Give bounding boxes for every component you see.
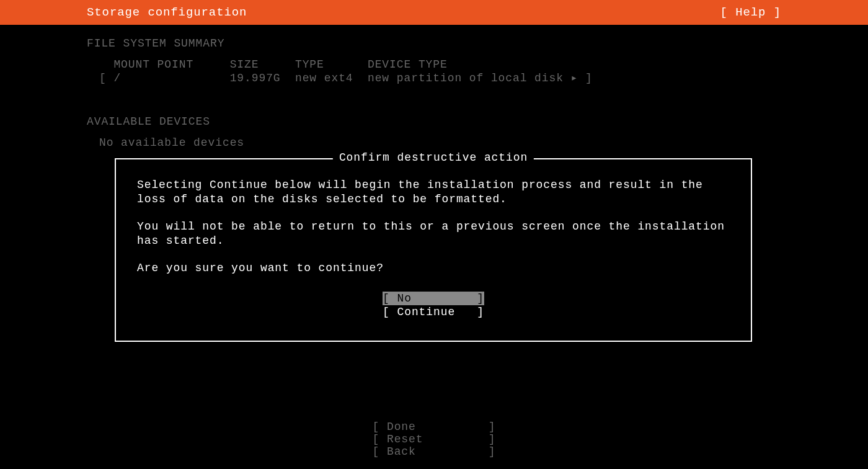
available-devices-none: No available devices xyxy=(99,136,781,149)
header-bar: Storage configuration [ Help ] xyxy=(0,0,868,25)
fs-table-header: MOUNT POINT SIZE TYPE DEVICE TYPE xyxy=(99,58,781,71)
confirm-dialog-title: Confirm destructive action xyxy=(333,151,534,164)
continue-button[interactable]: [ Continue ] xyxy=(383,305,484,319)
page-title: Storage configuration xyxy=(87,6,247,19)
help-button[interactable]: [ Help ] xyxy=(720,6,781,19)
footer-buttons: [ Done ] [ Reset ] [ Back ] xyxy=(0,421,868,458)
reset-button[interactable]: [ Reset ] xyxy=(373,433,496,445)
dialog-paragraph-1: Selecting Continue below will begin the … xyxy=(137,178,730,206)
dialog-paragraph-2: You will not be able to return to this o… xyxy=(137,220,730,248)
confirm-dialog-body: Selecting Continue below will begin the … xyxy=(137,178,730,319)
confirm-dialog: Confirm destructive action Selecting Con… xyxy=(115,158,752,342)
no-button[interactable]: [ No ] xyxy=(383,292,484,306)
fs-summary-title: FILE SYSTEM SUMMARY xyxy=(87,37,781,50)
available-devices-section: AVAILABLE DEVICES No available devices xyxy=(87,115,781,149)
available-devices-title: AVAILABLE DEVICES xyxy=(87,115,781,128)
fs-table-row[interactable]: [ / 19.997G new ext4 new partition of lo… xyxy=(99,71,781,84)
dialog-buttons: [ No ] [ Continue ] xyxy=(137,292,730,319)
dialog-paragraph-3: Are you sure you want to continue? xyxy=(137,261,730,275)
main-content: FILE SYSTEM SUMMARY MOUNT POINT SIZE TYP… xyxy=(0,25,868,149)
back-button[interactable]: [ Back ] xyxy=(373,445,496,458)
fs-summary-table: MOUNT POINT SIZE TYPE DEVICE TYPE [ / 19… xyxy=(99,58,781,84)
done-button[interactable]: [ Done ] xyxy=(373,421,496,433)
confirm-dialog-border: Confirm destructive action Selecting Con… xyxy=(115,158,752,342)
